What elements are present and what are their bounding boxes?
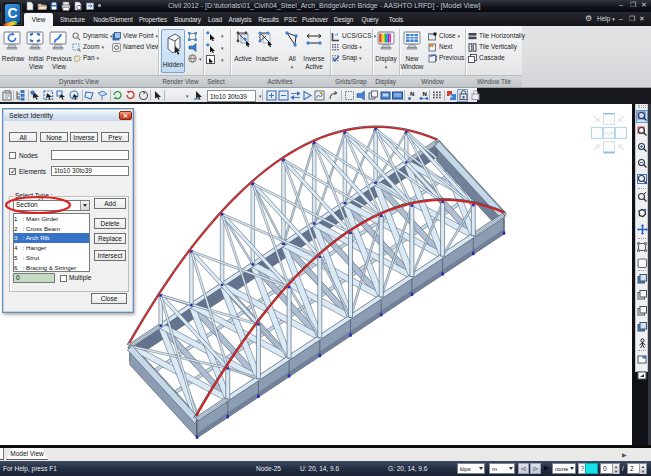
svg-text:N: N xyxy=(423,91,427,97)
svg-text:N: N xyxy=(410,91,414,97)
svg-text:TOP: TOP xyxy=(606,131,615,136)
